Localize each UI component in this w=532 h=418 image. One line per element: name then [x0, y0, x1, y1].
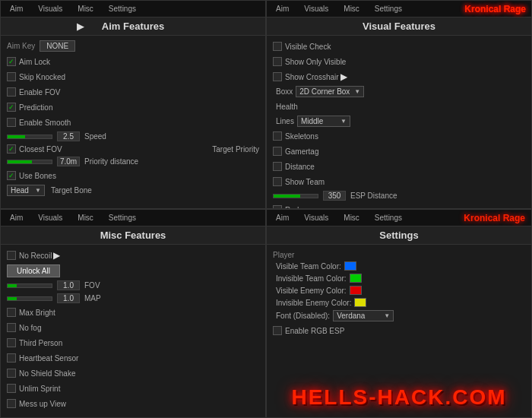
speed-slider-track[interactable] [7, 135, 52, 139]
font-dropdown[interactable]: Verdana ▼ [333, 310, 394, 321]
distance-label: Distance [285, 163, 315, 171]
map-label: MAP [84, 294, 101, 302]
rgb-esp-label: Enable RGB ESP [285, 327, 344, 335]
use-bones-row: Use Bones [7, 169, 259, 182]
boxx-value: 2D Corner Box [299, 87, 350, 96]
max-bright-checkbox[interactable] [7, 308, 16, 317]
fov-label: FOV [84, 281, 100, 290]
priority-dist-value: 7.0m [57, 157, 80, 166]
tab-visuals-2[interactable]: Visuals [296, 1, 336, 17]
tab-aim-4[interactable]: Aim [268, 210, 296, 226]
show-team-label: Show Team [285, 178, 325, 186]
no-fog-checkbox[interactable] [7, 323, 16, 332]
unlim-sprint-checkbox[interactable] [7, 384, 16, 393]
target-priority-label: Target Priority [212, 145, 259, 154]
invisible-team-color-box[interactable] [350, 274, 362, 283]
font-arrow: ▼ [384, 312, 390, 319]
aim-title-bar: ▶ Aim Features [1, 17, 265, 36]
tab-visuals-3[interactable]: Visuals [30, 210, 70, 226]
no-recoil-row: No Recoil ▶ [7, 249, 259, 261]
radar-checkbox[interactable] [273, 205, 282, 208]
tab-settings-1[interactable]: Settings [101, 1, 144, 17]
show-team-checkbox[interactable] [273, 177, 282, 186]
settings-panel-title: Settings [379, 230, 418, 241]
distance-checkbox[interactable] [273, 162, 282, 171]
tab-aim-2[interactable]: Aim [268, 1, 296, 17]
priority-dist-label: Priority distance [84, 157, 138, 166]
heartbeat-row: Heartbeat Sensor [7, 352, 259, 364]
lines-dropdown[interactable]: Middle ▼ [297, 116, 350, 127]
enable-fov-row: Enable FOV [7, 86, 259, 98]
aim-lock-checkbox[interactable] [7, 57, 16, 66]
tab-misc-1[interactable]: Misc [70, 1, 101, 17]
gamertag-checkbox[interactable] [273, 147, 282, 156]
aim-key-value[interactable]: NONE [40, 40, 75, 52]
misc-tab-bar: Aim Visuals Misc Settings Kronical Rag [1, 210, 265, 226]
enable-smooth-checkbox[interactable] [7, 118, 16, 127]
show-team-row: Show Team [273, 176, 525, 188]
tab-misc-4[interactable]: Misc [336, 210, 367, 226]
target-bone-dropdown[interactable]: Head ▼ [7, 185, 45, 196]
tab-aim-1[interactable]: Aim [2, 1, 30, 17]
third-person-label: Third Person [19, 339, 62, 347]
closest-fov-label: Closest FOV [19, 145, 62, 154]
skeletons-checkbox[interactable] [273, 131, 282, 141]
settings-panel: Aim Visuals Misc Settings Kronical Rage … [266, 209, 532, 418]
closest-fov-checkbox[interactable] [7, 144, 16, 154]
visible-team-color-row: Visible Team Color: [273, 261, 525, 271]
map-slider-track[interactable] [7, 296, 52, 301]
map-value: 1.0 [57, 293, 80, 303]
heartbeat-checkbox[interactable] [7, 353, 16, 363]
aim-panel-content: Aim Key NONE Aim Lock Skip Knocked Enabl… [1, 36, 265, 208]
third-person-checkbox[interactable] [7, 338, 16, 347]
boxx-dropdown[interactable]: 2D Corner Box ▼ [296, 86, 364, 97]
priority-dist-track[interactable] [7, 160, 52, 164]
rgb-esp-checkbox[interactable] [273, 326, 282, 335]
fov-value: 1.0 [57, 280, 80, 290]
visible-check-checkbox[interactable] [273, 42, 282, 51]
no-shield-shake-label: No Shield Shake [19, 369, 76, 378]
speed-value: 2.5 [57, 131, 80, 141]
misc-title-bar: Misc Features [1, 226, 265, 245]
cursor-arrow-vis: ▶ [340, 71, 347, 82]
misc-panel-title: Misc Features [100, 230, 166, 241]
tab-misc-3[interactable]: Misc [70, 210, 101, 226]
boxx-arrow: ▼ [354, 88, 360, 95]
aim-panel-title: Aim Features [102, 21, 164, 32]
no-recoil-checkbox[interactable] [7, 251, 16, 260]
player-section-header: Player [273, 251, 525, 259]
aim-key-label: Aim Key [7, 42, 35, 50]
fov-slider-track[interactable] [7, 283, 52, 288]
invisible-team-color-row: Invisible Team Color: [273, 274, 525, 283]
show-only-visible-checkbox[interactable] [273, 57, 282, 66]
tab-settings-2[interactable]: Settings [367, 1, 410, 17]
tab-settings-4[interactable]: Settings [367, 210, 410, 226]
esp-dist-fill [274, 195, 300, 198]
esp-dist-track[interactable] [273, 194, 318, 198]
skip-knocked-checkbox[interactable] [7, 72, 16, 81]
target-bone-arrow: ▼ [35, 187, 41, 194]
enable-smooth-label: Enable Smooth [19, 119, 71, 127]
show-crosshair-checkbox[interactable] [273, 72, 282, 81]
tab-settings-3[interactable]: Settings [101, 210, 144, 226]
use-bones-label: Use Bones [19, 172, 56, 180]
lines-row: Lines Middle ▼ [273, 116, 525, 127]
enable-fov-checkbox[interactable] [7, 87, 16, 97]
visible-enemy-color-box[interactable] [350, 286, 362, 295]
tab-aim-3[interactable]: Aim [2, 210, 30, 226]
tab-visuals-1[interactable]: Visuals [30, 1, 70, 17]
use-bones-checkbox[interactable] [7, 171, 16, 180]
tab-visuals-4[interactable]: Visuals [296, 210, 336, 226]
invisible-team-color-label: Invisible Team Color: [276, 274, 347, 283]
esp-dist-label: ESP Distance [350, 192, 397, 200]
tab-misc-2[interactable]: Misc [336, 1, 367, 17]
mess-up-view-checkbox[interactable] [7, 399, 16, 408]
visible-team-color-box[interactable] [344, 261, 356, 271]
invisible-enemy-color-box[interactable] [354, 298, 366, 307]
font-row: Font (Disabled): Verdana ▼ [273, 310, 525, 321]
cursor-arrow-aim: ▶ [77, 21, 84, 32]
boxx-row: Boxx 2D Corner Box ▼ [273, 86, 525, 97]
prediction-checkbox[interactable] [7, 103, 16, 112]
no-shield-shake-checkbox[interactable] [7, 369, 16, 378]
unlock-all-button[interactable]: Unlock All [7, 264, 60, 277]
